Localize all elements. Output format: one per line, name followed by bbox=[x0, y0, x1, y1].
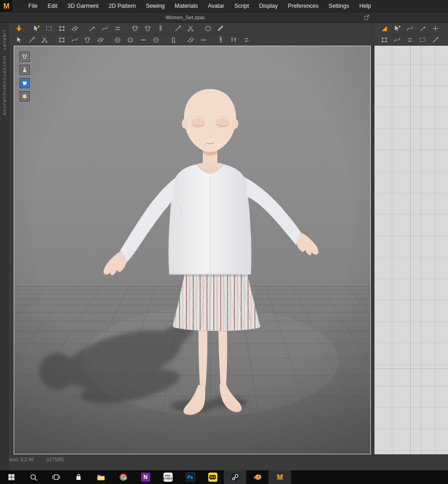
windows-taskbar: N EPIC GAMES Ps TALK bbox=[0, 470, 448, 484]
rail-tab[interactable]: HISTORY bbox=[2, 56, 7, 78]
curve-3d-tool[interactable] bbox=[69, 35, 80, 45]
pen-tool[interactable] bbox=[86, 24, 98, 33]
box-select-tool[interactable] bbox=[43, 24, 55, 33]
file-explorer-button[interactable] bbox=[90, 470, 112, 484]
safety-pin-tool[interactable] bbox=[167, 35, 179, 45]
menu-item[interactable]: Avatar bbox=[203, 0, 229, 12]
toolbar-2d-row1 bbox=[374, 23, 448, 34]
simulate-button[interactable] bbox=[13, 24, 25, 33]
popout-window-icon[interactable] bbox=[364, 15, 369, 21]
fit-garment-button[interactable] bbox=[81, 35, 93, 45]
tape-measure-tool[interactable] bbox=[215, 24, 227, 33]
app-logo[interactable]: M bbox=[0, 0, 12, 12]
task-view-button[interactable] bbox=[45, 470, 67, 484]
search-button[interactable] bbox=[22, 470, 45, 484]
menu-item[interactable]: Settings bbox=[324, 0, 354, 12]
avatar-size-button[interactable] bbox=[227, 35, 239, 45]
search-icon bbox=[29, 473, 38, 482]
toggle-avatar-button[interactable] bbox=[20, 65, 30, 75]
2d-pattern-panel[interactable] bbox=[374, 46, 448, 454]
kakaotalk-button[interactable]: TALK bbox=[201, 470, 224, 484]
avatar-circle-remove-button[interactable] bbox=[150, 35, 162, 45]
select-move-2d-tool[interactable] bbox=[391, 24, 403, 33]
task-view-icon bbox=[52, 473, 61, 482]
needle-2d-tool[interactable] bbox=[429, 35, 441, 45]
menu-item[interactable]: File bbox=[23, 0, 42, 12]
select-sewing-tool[interactable] bbox=[13, 35, 25, 45]
steam-icon bbox=[231, 473, 240, 482]
flatten-panels-tool[interactable] bbox=[69, 24, 80, 33]
marvelous-m-icon: M bbox=[275, 473, 285, 482]
menu-item[interactable]: 2D Pattern bbox=[104, 0, 141, 12]
ring-tool[interactable] bbox=[202, 24, 214, 33]
3d-viewport[interactable] bbox=[14, 46, 371, 454]
steam-button[interactable] bbox=[224, 470, 246, 484]
side-rail: LIBRARYHISTORYCONFIGURATOR bbox=[0, 12, 9, 470]
select-move-tool[interactable] bbox=[30, 24, 42, 33]
avatar-circle-add-button[interactable] bbox=[111, 35, 123, 45]
measure-dash-button[interactable] bbox=[137, 35, 149, 45]
transform-3d-tool[interactable] bbox=[56, 35, 68, 45]
edit-curve-tool[interactable] bbox=[99, 24, 111, 33]
pen-2d-tool[interactable] bbox=[416, 24, 428, 33]
menu-item[interactable]: Materials bbox=[170, 0, 203, 12]
start-button[interactable] bbox=[0, 470, 22, 484]
menu-item[interactable]: Script bbox=[229, 0, 254, 12]
marvelous-designer-button[interactable]: M bbox=[269, 470, 291, 484]
fabric-clone-button[interactable] bbox=[184, 35, 196, 45]
menu-item[interactable]: Display bbox=[254, 0, 283, 12]
rail-tab[interactable]: LIBRARY bbox=[2, 30, 7, 51]
menu-item[interactable]: Help bbox=[354, 0, 376, 12]
cut-sewing-tool[interactable] bbox=[38, 35, 50, 45]
toolbar-2d-row2 bbox=[374, 34, 448, 46]
toggle-garment-button[interactable] bbox=[20, 52, 30, 62]
menu-item[interactable]: 3D Garment bbox=[63, 0, 104, 12]
pattern-boundary-h bbox=[374, 368, 448, 369]
show-garment-button[interactable] bbox=[129, 24, 141, 33]
align-arrows-button[interactable] bbox=[197, 35, 209, 45]
store-button[interactable] bbox=[67, 470, 90, 484]
person-icon bbox=[21, 67, 28, 73]
photoshop-button[interactable]: Ps bbox=[179, 470, 201, 484]
avatar-face-button[interactable] bbox=[124, 35, 136, 45]
rail-tab[interactable]: CONFIGURATOR bbox=[2, 78, 7, 116]
toggle-skin-button[interactable] bbox=[20, 91, 30, 101]
onenote-button[interactable]: N bbox=[134, 470, 157, 484]
show-garment-alt-button[interactable] bbox=[142, 24, 153, 33]
point-edit-2d-tool[interactable] bbox=[429, 24, 441, 33]
build-label: (r27585) bbox=[46, 457, 64, 462]
toggle-fabric-button[interactable] bbox=[20, 78, 30, 88]
transform-pattern-tool[interactable] bbox=[56, 24, 68, 33]
blender-button[interactable] bbox=[246, 470, 269, 484]
chrome-button[interactable] bbox=[112, 470, 134, 484]
store-bag-icon bbox=[74, 473, 83, 482]
statusbar: Version: 3.2.96 (r27585) bbox=[0, 454, 448, 470]
scissors-tool[interactable] bbox=[184, 24, 196, 33]
menu-item[interactable]: Sewing bbox=[141, 0, 170, 12]
box-select-2d-tool[interactable] bbox=[416, 35, 428, 45]
blender-icon bbox=[253, 473, 262, 482]
edit-sewing-tool[interactable] bbox=[111, 24, 123, 33]
shirt-icon bbox=[21, 53, 28, 60]
swap-view-button[interactable] bbox=[240, 35, 252, 45]
menubar: FileEdit3D Garment2D PatternSewingMateri… bbox=[23, 0, 376, 12]
sewing-needle-tool[interactable] bbox=[26, 35, 37, 45]
curve-2d-tool[interactable] bbox=[391, 35, 403, 45]
edit-curve-2d-tool[interactable] bbox=[404, 24, 416, 33]
fabric-panels-button[interactable] bbox=[94, 35, 106, 45]
epic-games-icon: EPIC GAMES bbox=[163, 473, 173, 482]
menu-item[interactable]: Preferences bbox=[283, 0, 323, 12]
show-avatar-button[interactable] bbox=[154, 24, 166, 33]
transform-2d-tool[interactable] bbox=[378, 35, 390, 45]
avatar-show-button[interactable] bbox=[215, 35, 227, 45]
titlebar: M FileEdit3D Garment2D PatternSewingMate… bbox=[0, 0, 448, 12]
needle-tool[interactable] bbox=[172, 24, 184, 33]
pattern-corner-button[interactable] bbox=[378, 24, 390, 33]
epic-games-button[interactable]: EPIC GAMES bbox=[157, 470, 179, 484]
onenote-icon: N bbox=[141, 473, 150, 482]
tab-women-set[interactable]: Women_Set.zpac bbox=[0, 12, 371, 22]
swap-2d-tool[interactable] bbox=[404, 35, 416, 45]
folder-icon bbox=[96, 473, 105, 482]
windows-logo-icon bbox=[7, 473, 16, 482]
menu-item[interactable]: Edit bbox=[42, 0, 63, 12]
